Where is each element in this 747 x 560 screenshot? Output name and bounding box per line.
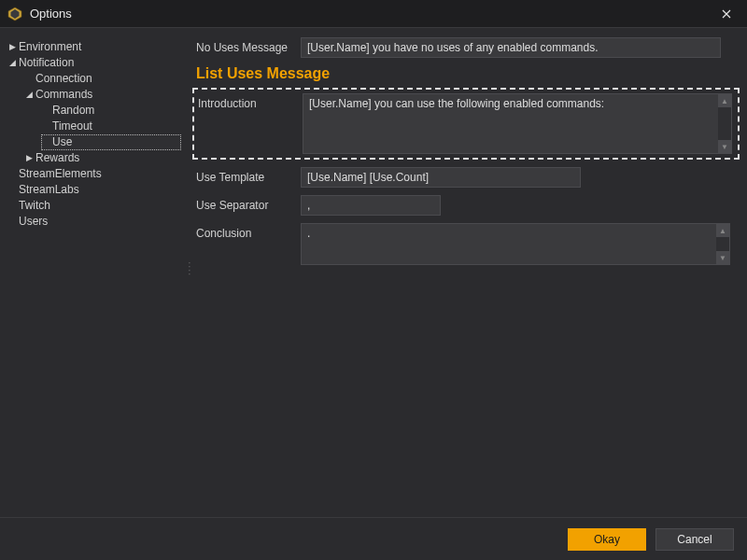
tree-item-label: Environment: [17, 39, 83, 55]
tree-item-label: Random: [50, 103, 96, 119]
titlebar: Options: [0, 0, 747, 28]
scrollbar[interactable]: ▲ ▼: [718, 94, 731, 153]
close-button[interactable]: [713, 1, 740, 27]
tree-item-streamlabs[interactable]: ▶ StreamLabs: [7, 182, 181, 198]
use-separator-input[interactable]: [301, 195, 441, 216]
tree-item-label: Commands: [34, 87, 94, 103]
section-title: List Uses Message: [196, 65, 736, 82]
use-template-label: Use Template: [196, 167, 301, 184]
options-tree[interactable]: ▶ Environment ◢ Notification ▶ Connectio…: [7, 39, 181, 230]
scroll-up-icon: ▲: [716, 224, 729, 237]
use-separator-label: Use Separator: [196, 195, 301, 212]
chevron-down-icon: ◢: [7, 55, 17, 71]
tree-item-random[interactable]: ▶ Random: [41, 103, 181, 119]
conclusion-label: Conclusion: [196, 223, 301, 240]
tree-item-label: Connection: [34, 71, 94, 87]
tree-item-users[interactable]: ▶ Users: [7, 214, 181, 230]
tree-item-notification[interactable]: ◢ Notification: [7, 55, 181, 71]
use-template-input[interactable]: [301, 167, 581, 188]
window-title: Options: [30, 7, 72, 21]
no-uses-label: No Uses Message: [196, 37, 301, 54]
no-uses-input[interactable]: [301, 37, 721, 58]
tree-item-label: Notification: [17, 55, 76, 71]
scrollbar[interactable]: ▲ ▼: [716, 224, 729, 264]
tree-item-rewards[interactable]: ▶ Rewards: [24, 150, 181, 166]
tree-item-label: Twitch: [17, 198, 52, 214]
tree-item-connection[interactable]: ▶ Connection: [24, 71, 181, 87]
tree-item-use[interactable]: ▶ Use: [41, 134, 181, 150]
tree-item-label: Rewards: [34, 150, 81, 166]
introduction-label: Introduction: [198, 93, 303, 110]
scroll-down-icon: ▼: [716, 251, 729, 264]
cancel-button[interactable]: Cancel: [655, 528, 734, 551]
introduction-input[interactable]: [303, 94, 731, 150]
grip-icon: ····: [189, 261, 191, 276]
conclusion-input[interactable]: [302, 224, 729, 261]
app-icon: [7, 7, 22, 21]
scroll-down-icon: ▼: [718, 140, 731, 153]
okay-button[interactable]: Okay: [568, 528, 646, 551]
conclusion-field-wrap: ▲ ▼: [301, 223, 730, 265]
tree-item-label: Users: [17, 214, 49, 230]
chevron-down-icon: ◢: [24, 87, 34, 103]
tree-item-label: Timeout: [50, 119, 94, 134]
chevron-right-icon: ▶: [7, 39, 17, 55]
tree-item-label: StreamElements: [17, 166, 104, 182]
tree-item-timeout[interactable]: ▶ Timeout: [41, 119, 181, 134]
sidebar: ▶ Environment ◢ Notification ▶ Connectio…: [0, 28, 187, 517]
scroll-up-icon: ▲: [718, 94, 731, 107]
tree-item-streamelements[interactable]: ▶ StreamElements: [7, 166, 181, 182]
tree-item-label: StreamLabs: [17, 182, 81, 198]
tree-item-label: Use: [50, 134, 74, 150]
chevron-right-icon: ▶: [24, 150, 34, 166]
content-panel: No Uses Message List Uses Message Introd…: [192, 28, 747, 517]
close-icon: [722, 9, 731, 19]
footer: Okay Cancel: [0, 517, 747, 560]
tree-item-twitch[interactable]: ▶ Twitch: [7, 198, 181, 214]
tree-item-commands[interactable]: ◢ Commands: [24, 87, 181, 103]
tree-item-environment[interactable]: ▶ Environment: [7, 39, 181, 55]
introduction-field-wrap: ▲ ▼: [303, 93, 732, 154]
introduction-highlight: Introduction ▲ ▼: [192, 88, 740, 160]
